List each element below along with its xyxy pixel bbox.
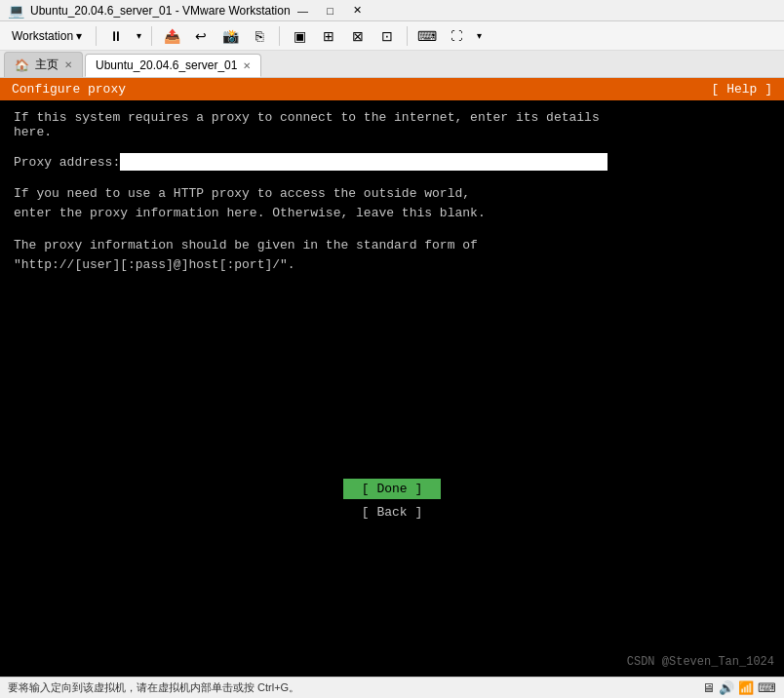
tab-vm-close[interactable]: ✕ xyxy=(243,60,251,71)
description-line2: here. xyxy=(14,125,770,139)
done-button[interactable]: [ Done ] xyxy=(343,479,441,499)
view-stretch-button[interactable]: ⊠ xyxy=(344,24,372,48)
installer-header-bar: Configure proxy [ Help ] xyxy=(0,78,784,100)
status-bar: 要将输入定向到该虚拟机，请在虚拟机内部单击或按 Ctrl+G。 🖥 🔊 📶 ⌨ xyxy=(0,677,784,698)
status-icon-keyboard: ⌨ xyxy=(758,680,776,695)
home-icon: 🏠 xyxy=(15,58,29,72)
vm-display-area[interactable]: Configure proxy [ Help ] If this system … xyxy=(0,78,784,677)
title-bar: 💻 Ubuntu_20.04.6_server_01 - VMware Work… xyxy=(0,0,784,21)
separator-2 xyxy=(151,26,152,46)
separator-1 xyxy=(96,26,97,46)
view-fullscreen-button[interactable]: ⊡ xyxy=(373,24,401,48)
help-text-4: The proxy information should be given in… xyxy=(14,236,770,255)
snapshot-manager-button[interactable]: 📸 xyxy=(216,24,244,48)
view-single-button[interactable]: ▣ xyxy=(286,24,313,48)
separator-4 xyxy=(407,26,408,46)
workstation-menu[interactable]: Workstation ▾ xyxy=(4,25,90,47)
pause-dropdown-button[interactable]: ▾ xyxy=(132,24,145,48)
minimize-button[interactable]: — xyxy=(291,2,316,19)
status-icon-sound: 🔊 xyxy=(719,680,734,695)
content-spacer xyxy=(14,274,770,469)
title-text: Ubuntu_20.04.6_server_01 - VMware Workst… xyxy=(30,4,291,18)
installer-content: If this system requires a proxy to conne… xyxy=(0,100,784,677)
tab-vm-label: Ubuntu_20.04.6_server_01 xyxy=(96,58,237,72)
proxy-input[interactable] xyxy=(120,153,608,171)
snapshot-send-button[interactable]: 📤 xyxy=(158,24,185,48)
menu-bar: Workstation ▾ ⏸ ▾ 📤 ↩ 📸 ⎘ ▣ ⊞ ⊠ ⊡ ⌨ ⛶ ▾ xyxy=(0,21,784,51)
view-multi-button[interactable]: ⊞ xyxy=(315,24,342,48)
status-icon-network: 📶 xyxy=(738,680,754,695)
tab-home-label: 主页 xyxy=(35,57,59,73)
snapshot-restore-button[interactable]: ↩ xyxy=(187,24,215,48)
maximize-button[interactable]: □ xyxy=(318,2,343,19)
help-text-spacer xyxy=(14,222,770,236)
help-text-1: If you need to use a HTTP proxy to acces… xyxy=(14,184,770,204)
installer-help: [ Help ] xyxy=(712,82,772,97)
tab-vm[interactable]: Ubuntu_20.04.6_server_01 ✕ xyxy=(85,54,261,77)
separator-3 xyxy=(279,26,280,46)
workstation-label: Workstation xyxy=(12,29,73,43)
installer-title: Configure proxy xyxy=(12,82,126,97)
pause-button[interactable]: ⏸ xyxy=(102,24,130,48)
help-text-block: If you need to use a HTTP proxy to acces… xyxy=(14,184,770,274)
help-text-2: enter the proxy information here. Otherw… xyxy=(14,204,770,223)
fullscreen-button[interactable]: ⛶ xyxy=(443,24,470,48)
status-left-text: 要将输入定向到该虚拟机，请在虚拟机内部单击或按 Ctrl+G。 xyxy=(8,680,702,695)
workstation-dropdown-icon: ▾ xyxy=(76,29,82,43)
proxy-label: Proxy address: xyxy=(14,153,120,170)
tab-home-close[interactable]: ✕ xyxy=(64,59,72,70)
fullscreen-dropdown-button[interactable]: ▾ xyxy=(472,24,486,48)
watermark: CSDN @Steven_Tan_1024 xyxy=(627,655,774,669)
back-button[interactable]: [ Back ] xyxy=(343,503,441,522)
proxy-address-row: Proxy address: xyxy=(14,153,770,171)
status-icon-monitor: 🖥 xyxy=(702,680,715,695)
window-controls: — □ ✕ xyxy=(291,2,371,19)
close-button[interactable]: ✕ xyxy=(345,2,371,19)
status-right-icons: 🖥 🔊 📶 ⌨ xyxy=(702,680,776,695)
tab-bar: 🏠 主页 ✕ Ubuntu_20.04.6_server_01 ✕ xyxy=(0,51,784,78)
snapshot-clone-button[interactable]: ⎘ xyxy=(246,24,273,48)
app-icon: 💻 xyxy=(8,3,24,19)
description-line1: If this system requires a proxy to conne… xyxy=(14,110,770,125)
tab-home[interactable]: 🏠 主页 ✕ xyxy=(4,52,83,77)
help-text-5: "http://[user][:pass]@]host[:port]/". xyxy=(14,255,770,275)
console-button[interactable]: ⌨ xyxy=(413,24,441,48)
installer-buttons: [ Done ] [ Back ] xyxy=(14,469,770,535)
